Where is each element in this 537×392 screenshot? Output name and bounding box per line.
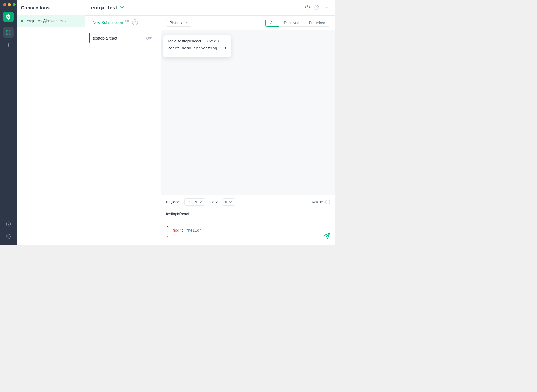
svg-rect-3	[9, 33, 10, 35]
header-left: emqx_test	[91, 4, 125, 11]
payload-label: Payload:	[166, 200, 180, 204]
message-toolbar: Plaintext All Received Published	[161, 16, 335, 30]
sub-item-left: testtopic/react	[89, 33, 117, 43]
svg-point-9	[8, 236, 9, 237]
retain-toggle[interactable]	[325, 200, 330, 204]
sub-qos-label: QoS 0	[146, 36, 156, 40]
sidebar	[0, 0, 17, 245]
main-area: emqx_test	[85, 0, 335, 245]
messages-list: Topic: testtopic/react QoS: 0 React demo…	[161, 30, 335, 195]
message-topic: Topic: testtopic/react	[168, 39, 201, 43]
code-line-1: {	[166, 222, 330, 228]
subscription-panel: + New Subscription ? testtopi	[85, 16, 161, 245]
message-content: React demo connecting...!	[168, 46, 227, 51]
message-panel: Plaintext All Received Published Topic: …	[161, 16, 335, 245]
content-area: + New Subscription ? testtopi	[85, 16, 335, 245]
new-subscription-button[interactable]: + New Subscription	[89, 20, 123, 25]
brace-close: }	[166, 234, 168, 239]
subscription-list-icon[interactable]	[125, 19, 130, 25]
code-value: "hello"	[186, 228, 201, 233]
connection-panel: Connections emqx_test@broker.emqx.i...	[17, 0, 85, 245]
chevron-down-icon[interactable]	[119, 4, 125, 11]
traffic-lights	[0, 3, 16, 6]
svg-rect-1	[9, 31, 10, 32]
send-button[interactable]	[324, 233, 330, 241]
publish-topic-input[interactable]	[161, 209, 335, 219]
message-card: Topic: testtopic/react QoS: 0 React demo…	[163, 35, 231, 57]
brace-open: {	[166, 223, 168, 227]
sidebar-bottom	[3, 219, 14, 242]
payload-format-select[interactable]: JSON	[184, 198, 205, 206]
filter-tabs: All Received Published	[265, 19, 330, 27]
sidebar-item-info[interactable]	[3, 219, 14, 229]
connection-name: emqx_test@broker.emqx.i...	[26, 19, 72, 23]
sidebar-nav	[3, 27, 14, 219]
app-logo[interactable]	[3, 12, 14, 22]
connections-heading: Connections	[17, 0, 85, 15]
more-button[interactable]	[324, 4, 329, 11]
sidebar-item-connections[interactable]	[3, 27, 14, 38]
tab-received[interactable]: Received	[279, 19, 304, 27]
code-colon: :	[182, 228, 186, 233]
code-key: "msg"	[166, 228, 182, 233]
edit-button[interactable]	[314, 4, 320, 11]
connection-title: emqx_test	[91, 5, 117, 11]
payload-format-label: JSON	[187, 200, 197, 204]
sub-panel-header: + New Subscription ?	[85, 16, 161, 29]
publish-area: Payload: JSON QoS: 0	[161, 195, 335, 245]
sub-topic: testtopic/react	[93, 36, 117, 40]
format-label: Plaintext	[169, 21, 184, 25]
publish-code: { "msg": "hello" }	[166, 222, 330, 239]
retain-label: Retain:	[312, 200, 323, 204]
qos-label: QoS:	[210, 200, 218, 204]
code-line-2: "msg": "hello"	[166, 228, 330, 233]
connection-item[interactable]: emqx_test@broker.emqx.i...	[17, 15, 85, 27]
connection-status-dot	[21, 20, 23, 22]
minimize-button[interactable]	[8, 3, 11, 6]
publish-body: { "msg": "hello" }	[161, 219, 335, 245]
tab-all[interactable]: All	[265, 19, 280, 27]
svg-rect-2	[7, 33, 8, 35]
sidebar-item-add[interactable]	[3, 40, 14, 50]
sub-color-indicator	[89, 33, 90, 43]
message-qos: QoS: 0	[207, 39, 219, 43]
svg-point-13	[328, 7, 328, 7]
subscription-item[interactable]: testtopic/react QoS 0	[85, 29, 161, 47]
qos-select[interactable]: 0	[222, 198, 235, 206]
close-button[interactable]	[3, 3, 6, 6]
format-select[interactable]: Plaintext	[166, 19, 192, 27]
svg-point-12	[326, 7, 327, 7]
header-right	[305, 4, 329, 11]
code-line-3: }	[166, 234, 330, 239]
disconnect-button[interactable]	[305, 4, 310, 11]
svg-point-11	[325, 7, 325, 7]
qos-value: 0	[225, 200, 227, 204]
message-header: Topic: testtopic/react QoS: 0	[168, 39, 227, 43]
sidebar-item-settings[interactable]	[3, 231, 14, 242]
tab-published[interactable]: Published	[304, 19, 330, 27]
publish-toolbar: Payload: JSON QoS: 0	[161, 195, 335, 209]
help-icon[interactable]: ?	[132, 19, 138, 25]
svg-rect-0	[7, 31, 8, 32]
maximize-button[interactable]	[13, 3, 16, 6]
main-header: emqx_test	[85, 0, 335, 16]
retain-area: Retain:	[312, 200, 330, 204]
